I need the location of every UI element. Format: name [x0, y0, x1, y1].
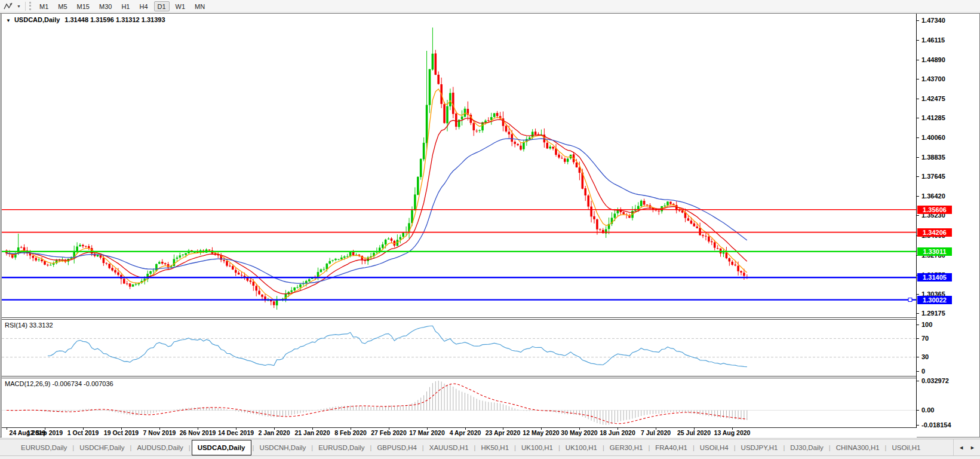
chart-ohlc-values: 1.31448 1.31596 1.31312 1.31393: [64, 16, 165, 23]
macd-signal-line: [7, 384, 747, 424]
status-strip: [0, 455, 980, 459]
price-tick-label: 1.41285: [917, 114, 945, 122]
rsi-panel[interactable]: RSI(14) 33.3132: [2, 319, 917, 377]
top-toolbar: ▼ M1M5M15M30H1H4D1W1MN: [0, 0, 980, 13]
macd-axis-label: 0.032972: [917, 377, 949, 385]
chart-tab-uk100-h1[interactable]: UK100,H1: [560, 439, 603, 455]
chart-tab-usoil-h4[interactable]: USOil,H4: [695, 439, 734, 455]
horizontal-line-price-label[interactable]: 1.34206: [917, 228, 952, 237]
timeframe-button-w1[interactable]: W1: [172, 1, 189, 11]
chart-title-caret-icon[interactable]: ▼: [6, 18, 11, 23]
timeframe-button-m15[interactable]: M15: [73, 1, 93, 11]
timeframe-button-m5[interactable]: M5: [54, 1, 70, 11]
macd-plot[interactable]: [2, 378, 917, 427]
timeframe-button-h1[interactable]: H1: [118, 1, 133, 11]
macd-panel[interactable]: MACD(12,26,9) -0.006734 -0.007036: [2, 378, 917, 428]
chart-tab-audusd-daily[interactable]: AUDUSD,Daily: [131, 439, 188, 455]
chart-tab-eurusd-daily[interactable]: EURUSD,Daily: [16, 439, 72, 455]
timeframe-button-mn[interactable]: MN: [191, 1, 208, 11]
chart-tab-usoil-h1[interactable]: USOil,H1: [886, 439, 926, 455]
price-tick-label: 1.38835: [917, 154, 945, 161]
line-studies-dropdown-caret-icon[interactable]: ▼: [15, 4, 23, 8]
chart-tab-usdcad-daily[interactable]: USDCAD,Daily: [192, 440, 251, 455]
rsi-axis-label: 70: [917, 335, 929, 342]
macd-axis-label: 0.00: [917, 406, 934, 414]
chart-tab-xauusd-h1[interactable]: XAUUSD,H1: [424, 439, 474, 455]
line-studies-icon[interactable]: [2, 1, 15, 11]
rsi-axis-label: 30: [917, 353, 929, 361]
price-tick-label: 1.29175: [917, 310, 945, 317]
rsi-plot[interactable]: [2, 320, 917, 376]
rsi-axis-label: 0: [917, 368, 925, 375]
price-tick-label: 1.47340: [917, 17, 945, 25]
price-tick-label: 1.36420: [917, 192, 945, 200]
toolbar-grip: [29, 2, 32, 10]
price-tick-label: 1.40060: [917, 134, 945, 142]
timeframe-button-m30[interactable]: M30: [96, 1, 115, 11]
rsi-axis-label: 100: [917, 321, 932, 329]
candlestick-panel[interactable]: [2, 14, 917, 318]
candlestick-plot[interactable]: [2, 14, 917, 317]
fast-ma-line: [7, 89, 747, 300]
chart-symbol-period: USDCAD,Daily: [14, 16, 60, 23]
price-tick-label: 1.37645: [917, 173, 945, 180]
horizontal-line-price-label[interactable]: 1.33011: [917, 247, 952, 256]
chart-tab-usdjpy-h1[interactable]: USDJPY,H1: [736, 439, 784, 455]
timeframe-button-m1[interactable]: M1: [36, 1, 52, 11]
horizontal-line-price-label[interactable]: 1.30022: [917, 296, 952, 304]
price-tick-label: 1.42475: [917, 95, 945, 103]
chart-tab-gbpusd-h4[interactable]: GBPUSD,H4: [371, 439, 422, 455]
tab-scroll-controls: ◄ ►: [953, 439, 980, 455]
tab-separator: |: [189, 439, 191, 455]
chart-tab-ger30-h1[interactable]: GER30,H1: [604, 439, 649, 455]
chart-tab-usdcnh-daily[interactable]: USDCNH,Daily: [254, 439, 311, 455]
chart-tab-eurusd-daily[interactable]: EURUSD,Daily: [313, 439, 370, 455]
slow-ma-line: [7, 139, 747, 283]
price-tick-label: 1.43700: [917, 75, 945, 83]
time-axis[interactable]: 24 Aug 201912 Sep 20191 Oct 201919 Oct 2…: [2, 428, 917, 437]
rsi-line: [48, 326, 747, 366]
horizontal-line-price-label[interactable]: 1.35606: [917, 206, 952, 214]
chart-tab-hk50-h1[interactable]: HK50,H1: [475, 439, 514, 455]
chart-tab-fra40-h1[interactable]: FRA40,H1: [650, 439, 693, 455]
macd-axis-label: -0.018154: [917, 421, 951, 429]
chart-tab-uk100-h1[interactable]: UK100,H1: [516, 439, 558, 455]
rsi-label: RSI(14) 33.3132: [5, 322, 53, 329]
line-handle[interactable]: [908, 298, 912, 302]
date-tick-label: 13 Aug 2020: [707, 429, 757, 436]
chart-tab-bar: EURUSD,Daily|USDCHF,Daily|AUDUSD,Daily|U…: [0, 439, 980, 455]
tab-scroll-left-icon[interactable]: ◄: [959, 445, 964, 451]
chart-title: ▼USDCAD,Daily1.31448 1.31596 1.31312 1.3…: [6, 16, 165, 23]
timeframe-buttons: M1M5M15M30H1H4D1W1MN: [35, 1, 210, 11]
chart-tab-china300-h1[interactable]: CHINA300,H1: [831, 439, 885, 455]
chart-window: ▼USDCAD,Daily1.31448 1.31596 1.31312 1.3…: [0, 13, 980, 437]
tab-scroll-right-icon[interactable]: ►: [970, 445, 975, 451]
price-axis[interactable]: 1.356061.342061.330111.314051.300221.473…: [916, 14, 979, 428]
price-tick-label: 1.46115: [917, 36, 945, 44]
chart-tabs: EURUSD,Daily|USDCHF,Daily|AUDUSD,Daily|U…: [16, 439, 926, 455]
mid-ma-line: [7, 118, 747, 294]
price-tick-label: 1.44890: [917, 56, 945, 64]
toolbar-separator: [25, 2, 26, 11]
timeframe-button-h4[interactable]: H4: [136, 1, 151, 11]
chart-tab-usdchf-daily[interactable]: USDCHF,Daily: [74, 439, 130, 455]
horizontal-line-price-label[interactable]: 1.31405: [917, 273, 952, 281]
macd-label: MACD(12,26,9) -0.006734 -0.007036: [5, 380, 113, 387]
timeframe-button-d1[interactable]: D1: [154, 1, 170, 11]
chart-tab-dj30-daily[interactable]: DJ30,Daily: [785, 439, 829, 455]
